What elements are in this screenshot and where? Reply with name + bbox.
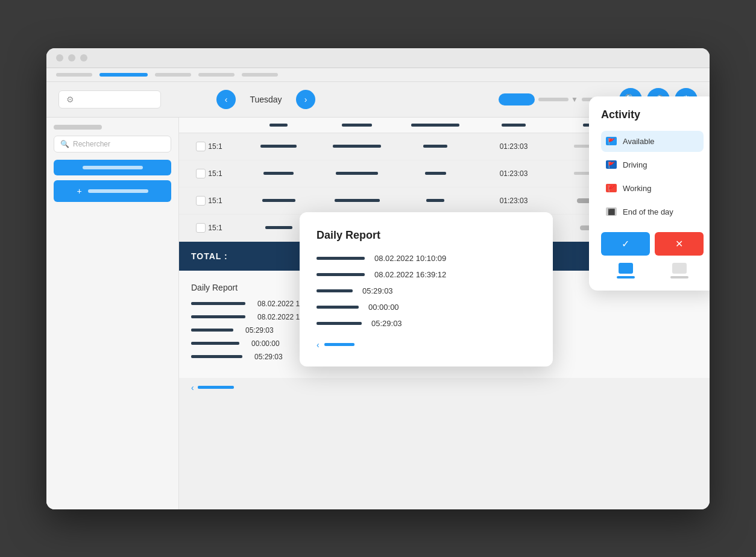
next-day-button[interactable]: › bbox=[296, 90, 315, 109]
modal-row-5: 05:29:03 bbox=[317, 319, 536, 328]
row3-bar-3 bbox=[426, 199, 444, 202]
daily-report-modal: Daily Report 08.02.2022 10:10:09 08.02.2… bbox=[300, 212, 553, 367]
tab-2[interactable] bbox=[99, 73, 148, 77]
header-cell-0 bbox=[179, 124, 239, 127]
modal-bar-4 bbox=[317, 306, 359, 309]
sidebar-primary-button[interactable] bbox=[54, 160, 171, 175]
activity-title: Activity bbox=[601, 109, 704, 121]
browser-window: ⚙ ‹ Tuesday › ▼ 🔍 🔎 ⚙ bbox=[46, 48, 710, 509]
zoom-bar[interactable] bbox=[499, 93, 535, 105]
modal-title: Daily Report bbox=[317, 229, 536, 242]
flag-available: 🚩 bbox=[606, 137, 617, 145]
checkbox-2[interactable] bbox=[196, 169, 206, 178]
row2-time: 15:1 bbox=[208, 169, 222, 178]
row1-bar-3 bbox=[423, 145, 447, 148]
row2-col1 bbox=[239, 167, 318, 180]
sidebar: 🔍 Rechercher + bbox=[46, 118, 179, 509]
row3-bar-1 bbox=[262, 199, 295, 202]
header-cell-3 bbox=[396, 124, 474, 127]
checkbox-4[interactable] bbox=[196, 223, 206, 233]
row3-bar-2 bbox=[335, 199, 380, 202]
row4-time: 15:1 bbox=[208, 224, 222, 232]
zoom-options: ▼ bbox=[538, 95, 578, 104]
modal-back-arrow[interactable]: ‹ bbox=[317, 340, 320, 350]
modal-row-2: 08.02.2022 16:39:12 bbox=[317, 270, 536, 279]
activity-item-driving[interactable]: 🚩 Driving bbox=[601, 154, 704, 175]
header-cell-4 bbox=[474, 124, 553, 127]
flag-end-of-day: ⬛ bbox=[606, 207, 617, 216]
modal-bar-2 bbox=[317, 273, 365, 276]
org-icon: ⚙ bbox=[66, 95, 74, 104]
activity-nav-bar-2 bbox=[670, 276, 688, 278]
traffic-light-green bbox=[80, 54, 87, 61]
sidebar-btn-bar-1 bbox=[83, 166, 143, 169]
row1-time-val: 01:23:03 bbox=[474, 137, 553, 156]
modal-bar-3 bbox=[317, 289, 353, 292]
sidebar-search-placeholder: Rechercher bbox=[73, 140, 110, 148]
activity-panel: Activity 🚩 Available 🚩 Driving 🚩 Working… bbox=[589, 96, 710, 291]
activity-nav-bar-1 bbox=[617, 276, 635, 278]
row3-check: 15:1 bbox=[179, 191, 239, 210]
report-bar-3 bbox=[191, 329, 233, 332]
activity-nav-item-1[interactable] bbox=[601, 263, 650, 278]
toolbar-search-box[interactable]: ⚙ bbox=[58, 90, 161, 109]
row1-bar-2 bbox=[333, 145, 381, 148]
activity-nav-item-2[interactable] bbox=[655, 263, 704, 278]
total-label: TOTAL : bbox=[191, 251, 228, 261]
modal-bar-5 bbox=[317, 322, 362, 325]
row2-bar-2 bbox=[336, 172, 378, 175]
titlebar bbox=[46, 48, 710, 68]
checkbox-1[interactable] bbox=[196, 142, 206, 151]
report-bar-2 bbox=[191, 315, 245, 318]
browser-tabs bbox=[46, 68, 710, 82]
modal-row-4: 00:00:00 bbox=[317, 303, 536, 312]
traffic-light-yellow bbox=[68, 54, 75, 61]
row4-bar-1 bbox=[265, 226, 292, 229]
scroll-left-arrow[interactable]: ‹ bbox=[191, 383, 194, 392]
activity-confirm-button[interactable]: ✓ bbox=[601, 232, 650, 256]
report-value-3: 05:29:03 bbox=[245, 326, 274, 335]
row2-duration: 01:23:03 bbox=[500, 169, 528, 178]
row1-check: 15:1 bbox=[179, 137, 239, 156]
plus-icon: + bbox=[77, 186, 81, 196]
activity-nav-icon-1 bbox=[619, 263, 633, 274]
row4-check: 15:1 bbox=[179, 218, 239, 238]
row3-time-val: 01:23:03 bbox=[474, 192, 553, 210]
row2-bar-3 bbox=[425, 172, 446, 175]
row3-col1 bbox=[239, 194, 318, 207]
activity-item-available[interactable]: 🚩 Available bbox=[601, 131, 704, 152]
tab-5[interactable] bbox=[242, 73, 278, 77]
report-bar-5 bbox=[191, 355, 242, 358]
row1-col1 bbox=[239, 140, 318, 153]
row1-bar-1 bbox=[260, 145, 297, 148]
sidebar-search[interactable]: 🔍 Rechercher bbox=[54, 136, 171, 153]
checkbox-3[interactable] bbox=[196, 196, 206, 206]
activity-nav-icon-2 bbox=[672, 263, 687, 274]
tab-1[interactable] bbox=[56, 73, 92, 77]
row1-col2 bbox=[318, 140, 396, 153]
modal-footer: ‹ bbox=[317, 340, 536, 350]
scroll-hint: ‹ bbox=[179, 378, 710, 397]
modal-back-bar[interactable] bbox=[324, 343, 354, 346]
modal-value-4: 00:00:00 bbox=[368, 303, 399, 312]
traffic-light-red bbox=[56, 54, 63, 61]
activity-item-working[interactable]: 🚩 Working bbox=[601, 178, 704, 199]
header-bar-4 bbox=[502, 124, 526, 127]
activity-cancel-button[interactable]: ✕ bbox=[655, 232, 704, 256]
row1-time: 15:1 bbox=[208, 142, 222, 151]
report-value-5: 05:29:03 bbox=[254, 353, 283, 361]
zoom-option-1 bbox=[538, 98, 569, 101]
report-value-4: 00:00:00 bbox=[251, 339, 280, 348]
sidebar-add-button[interactable]: + bbox=[54, 180, 171, 202]
tab-4[interactable] bbox=[198, 73, 235, 77]
row3-col2 bbox=[318, 194, 396, 207]
flag-driving: 🚩 bbox=[606, 160, 617, 169]
prev-day-button[interactable]: ‹ bbox=[216, 90, 236, 109]
activity-item-end-of-day[interactable]: ⬛ End of the day bbox=[601, 201, 704, 222]
flag-working: 🚩 bbox=[606, 184, 617, 192]
scroll-bar[interactable] bbox=[198, 386, 234, 389]
tab-3[interactable] bbox=[155, 73, 191, 77]
activity-footer: ✓ ✕ bbox=[601, 232, 704, 256]
row2-time-val: 01:23:03 bbox=[474, 165, 553, 183]
day-label: Tuesday bbox=[242, 95, 290, 104]
